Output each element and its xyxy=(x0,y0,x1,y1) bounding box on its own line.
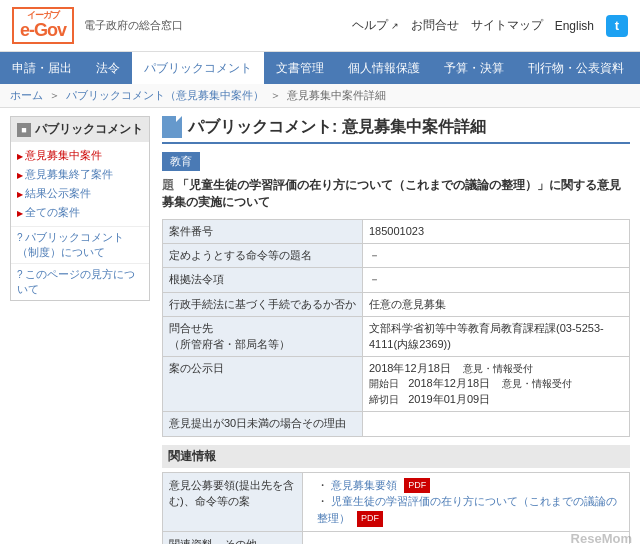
sidebar-link-kekka[interactable]: 結果公示案件 xyxy=(17,184,143,203)
label-ankenbango: 案件番号 xyxy=(163,219,363,243)
table-row: 根拠法令項 － xyxy=(163,268,630,292)
value-tetsuzuki: 任意の意見募集 xyxy=(363,292,630,316)
label-meidai: 定めようとする命令等の題名 xyxy=(163,243,363,267)
logo-subtitle: 電子政府の総合窓口 xyxy=(84,18,183,33)
breadcrumb-current: 意見募集中案件詳細 xyxy=(287,89,386,101)
label-konkyo: 根拠法令項 xyxy=(163,268,363,292)
main-area: ■ パブリックコメント 意見募集中案件 意見募集終了案件 結果公示案件 全ての案… xyxy=(0,108,640,550)
table-row: 問合せ先（所管府省・部局名等） 文部科学省初等中等教育局教育課程課(03-525… xyxy=(163,317,630,357)
nav-soshiki[interactable]: 組織 xyxy=(636,52,640,84)
breadcrumb-home[interactable]: ホーム xyxy=(10,89,43,101)
logo[interactable]: イーガブ e-Gov xyxy=(12,7,74,45)
nav-bunsho[interactable]: 文書管理 xyxy=(264,52,336,84)
sidebar-title: ■ パブリックコメント xyxy=(11,117,149,142)
breadcrumb-public-comment[interactable]: パブリックコメント（意見募集中案件） xyxy=(66,89,264,101)
page-title: パブリックコメント: 意見募集中案件詳細 xyxy=(162,116,630,144)
site-header: イーガブ e-Gov 電子政府の総合窓口 ヘルプ お問合せ サイトマップ Eng… xyxy=(0,0,640,52)
iken-boshu-link[interactable]: 意見募集要領 xyxy=(331,479,397,491)
help-link[interactable]: ヘルプ xyxy=(352,17,399,34)
nav-kankobutsu[interactable]: 刊行物・公表資料 xyxy=(516,52,636,84)
table-row: 案件番号 185001023 xyxy=(163,219,630,243)
date-row: 案の公示日 2018年12月18日 意見・情報受付開始日 2018年12月18日… xyxy=(163,356,630,411)
list-item: 児童生徒の学習評価の在り方について（これまでの議論の整理） PDF xyxy=(309,493,623,526)
sidebar-box: ■ パブリックコメント 意見募集中案件 意見募集終了案件 結果公示案件 全ての案… xyxy=(10,116,150,301)
pdf-badge: PDF xyxy=(357,511,383,527)
list-item: 意見募集要領 PDF xyxy=(309,477,623,494)
sidebar-link-shuryo[interactable]: 意見募集終了案件 xyxy=(17,165,143,184)
doc-icon xyxy=(162,116,182,138)
sidebar-help-seido[interactable]: パブリックコメント（制度）について xyxy=(11,226,149,263)
label-kanren: 関連資料、その他 xyxy=(163,531,303,544)
label-iken-youryou: 意見公募要領(提出先を含む)、命令等の案 xyxy=(163,472,303,531)
table-row: 定めようとする命令等の題名 － xyxy=(163,243,630,267)
value-koujibi: 2018年12月18日 意見・情報受付開始日 2018年12月18日 意見・情報… xyxy=(363,356,630,411)
sidebar-link-subete[interactable]: 全ての案件 xyxy=(17,203,143,222)
label-tetsuzuki: 行政手続法に基づく手続であるか否か xyxy=(163,292,363,316)
label-toiawase: 問合せ先（所管府省・部局名等） xyxy=(163,317,363,357)
table-row: 行政手続法に基づく手続であるか否か 任意の意見募集 xyxy=(163,292,630,316)
table-row: 関連資料、その他 xyxy=(163,531,630,544)
value-ankenbango: 185001023 xyxy=(363,219,630,243)
breadcrumb: ホーム ＞ パブリックコメント（意見募集中案件） ＞ 意見募集中案件詳細 xyxy=(0,84,640,108)
table-row: 意見提出が30日未満の場合その理由 xyxy=(163,412,630,436)
value-konkyo: － xyxy=(363,268,630,292)
sidebar: ■ パブリックコメント 意見募集中案件 意見募集終了案件 結果公示案件 全ての案… xyxy=(10,116,150,544)
value-iken-youryou: 意見募集要領 PDF 児童生徒の学習評価の在り方について（これまでの議論の整理）… xyxy=(303,472,630,531)
sidebar-links: 意見募集中案件 意見募集終了案件 結果公示案件 全ての案件 xyxy=(11,142,149,226)
label-reason: 意見提出が30日未満の場合その理由 xyxy=(163,412,363,436)
value-meidai: － xyxy=(363,243,630,267)
table-row: 意見公募要領(提出先を含む)、命令等の案 意見募集要領 PDF 児童生徒の学習評… xyxy=(163,472,630,531)
english-link[interactable]: English xyxy=(555,19,594,33)
logo-area: イーガブ e-Gov 電子政府の総合窓口 xyxy=(12,7,183,45)
logo-text: e-Gov xyxy=(20,20,66,40)
value-toiawase: 文部科学省初等中等教育局教育課程課(03-5253-4111(内線2369)) xyxy=(363,317,630,357)
related-section-title: 関連情報 xyxy=(162,445,630,468)
pdf-badge: PDF xyxy=(404,478,430,494)
label-koujibi: 案の公示日 xyxy=(163,356,363,411)
nav-public-comment[interactable]: パブリックコメント xyxy=(132,52,264,84)
twitter-icon[interactable]: t xyxy=(606,15,628,37)
sidebar-link-boshuchuu[interactable]: 意見募集中案件 xyxy=(17,146,143,165)
nav-yosan[interactable]: 予算・決算 xyxy=(432,52,516,84)
case-title: 「児童生徒の学習評価の在り方について（これまでの議論の整理）」に関する意見募集の… xyxy=(162,177,630,211)
sidebar-help-mikata[interactable]: このページの見方について xyxy=(11,263,149,300)
nav-hōrei[interactable]: 法令 xyxy=(84,52,132,84)
sidebar-box-icon: ■ xyxy=(17,123,31,137)
contact-link[interactable]: お問合せ xyxy=(411,17,459,34)
related-table: 意見公募要領(提出先を含む)、命令等の案 意見募集要領 PDF 児童生徒の学習評… xyxy=(162,472,630,545)
header-links: ヘルプ お問合せ サイトマップ English t xyxy=(352,15,628,37)
nav-kojin[interactable]: 個人情報保護 xyxy=(336,52,432,84)
nav-shinsei[interactable]: 申請・届出 xyxy=(0,52,84,84)
content-area: パブリックコメント: 意見募集中案件詳細 教育 「児童生徒の学習評価の在り方につ… xyxy=(162,116,630,544)
sitemap-link[interactable]: サイトマップ xyxy=(471,17,543,34)
detail-table: 案件番号 185001023 定めようとする命令等の題名 － 根拠法令項 － 行… xyxy=(162,219,630,437)
value-reason xyxy=(363,412,630,436)
category-tag: 教育 xyxy=(162,152,200,171)
footer-watermark: ReseMom xyxy=(571,531,632,546)
navbar: 申請・届出 法令 パブリックコメント 文書管理 個人情報保護 予算・決算 刊行物… xyxy=(0,52,640,84)
